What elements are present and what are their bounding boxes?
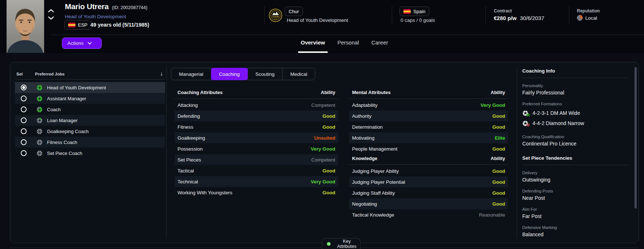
knowledge-rows: Judging Player AbilityGoodJudging Player… (349, 166, 508, 220)
attribute-row: Set PiecesCompetent (175, 154, 338, 165)
job-label: Fitness Coach (47, 140, 77, 145)
attribute-value: Good (492, 190, 505, 196)
info-panel-scrollbar[interactable] (635, 67, 637, 209)
attribute-row: AttackingCompetent (175, 100, 338, 110)
actions-button-label: Actions (67, 40, 83, 46)
category-tab-scouting[interactable]: Scouting (247, 68, 283, 80)
tab-overview[interactable]: Overview (301, 37, 325, 53)
attribute-name: Possession (177, 146, 203, 152)
job-label: Goalkeeping Coach (47, 129, 89, 134)
job-row[interactable]: Coach (15, 104, 165, 115)
formation-name: 4-2-3-1 DM AM Wide (532, 110, 580, 116)
qualification-group: Coaching Qualification Continental Pro L… (522, 135, 629, 147)
jobs-header-rule (15, 79, 165, 79)
tendency-label: Delivery (522, 171, 629, 175)
nation-chip[interactable]: Spain (399, 7, 429, 16)
club-badge-text: CHUR (272, 15, 279, 18)
job-label: Assistant Manager (47, 96, 86, 101)
job-radio[interactable] (21, 128, 27, 134)
attribute-value: Very Good (311, 146, 335, 152)
trend-up-icon (526, 112, 530, 118)
contract-label: Contract (494, 8, 512, 13)
tendency-group: Defensive MarkingBalanced (522, 225, 629, 237)
nationality-chip[interactable]: ESP (64, 20, 91, 30)
attribute-value: Elite (495, 135, 505, 141)
attribute-name: Tactical (177, 168, 194, 174)
next-person-button[interactable] (48, 15, 54, 20)
job-fit-pie-icon (37, 129, 42, 134)
job-radio[interactable] (21, 139, 27, 145)
tendency-value: Far Post (522, 213, 629, 219)
attribute-row: NegotiatingGood (349, 198, 508, 209)
jobs-col-preferred: Preferred Jobs (35, 72, 65, 76)
coaching-attributes-table: Coaching Attributes Ability AttackingCom… (175, 90, 338, 198)
club-role: Head of Youth Development (287, 17, 348, 23)
job-row[interactable]: Set Piece Coach (15, 148, 165, 159)
personality-label: Personality (522, 83, 629, 88)
attribute-name: Adaptability (352, 102, 378, 108)
panel-divider (166, 67, 167, 238)
attribute-row: MotivatingElite (349, 132, 508, 143)
job-radio[interactable] (21, 106, 27, 112)
job-fit-pie-icon (37, 96, 42, 101)
sort-descending-icon[interactable]: ↓ (160, 70, 163, 77)
tendency-value: Balanced (522, 232, 629, 237)
attribute-name: Judging Player Ability (352, 168, 399, 174)
ability-column-header: Ability (321, 90, 335, 95)
coaching-qualification-label: Coaching Qualification (522, 135, 629, 139)
category-tab-managerial[interactable]: Managerial (171, 68, 211, 80)
tab-personal[interactable]: Personal (337, 37, 359, 53)
job-row[interactable]: Goalkeeping Coach (15, 126, 165, 137)
attribute-category-tabs: ManagerialCoachingScoutingMedical (171, 68, 315, 80)
job-radio[interactable] (21, 85, 27, 90)
person-navigation (48, 8, 54, 20)
attribute-value: Good (492, 201, 505, 207)
personality-value: Fairly Professional (522, 90, 629, 96)
reputation-label: Reputation (577, 8, 600, 13)
job-fit-pie-icon (37, 140, 42, 145)
category-tab-medical[interactable]: Medical (282, 68, 315, 80)
category-tab-coaching[interactable]: Coaching (211, 68, 248, 80)
job-radio[interactable] (21, 117, 27, 123)
club-chip[interactable]: Chur (285, 7, 303, 16)
attribute-value: Unsuited (314, 135, 335, 141)
role-link[interactable]: Head of Youth Development (65, 14, 126, 19)
attribute-row: GoalkeepingUnsuited (175, 132, 338, 143)
attribute-row: Tactical KnowledgeReasonable (349, 209, 508, 220)
tendency-group: Aim ForFar Post (522, 207, 629, 219)
key-attributes-legend[interactable]: Key Attributes (322, 238, 360, 249)
attribute-row: AdaptabilityVery Good (349, 100, 508, 110)
age-text: 49 years old (5/11/1985) (90, 22, 149, 28)
actions-button[interactable]: Actions (62, 38, 102, 49)
attribute-name: Technical (177, 179, 198, 184)
coaching-info-panel: Coaching Info Personality Fairly Profess… (522, 68, 629, 243)
job-row[interactable]: Fitness Coach (15, 137, 165, 148)
contract-expiry: 30/6/2037 (520, 15, 545, 21)
attribute-value: Good (492, 146, 505, 152)
job-radio[interactable] (21, 150, 27, 156)
previous-person-button[interactable] (48, 8, 54, 13)
header-divider (264, 7, 265, 24)
formation-name: 4-4-2 Diamond Narrow (532, 120, 584, 126)
key-attribute-dot-icon (327, 242, 331, 246)
coaching-qualification-value: Continental Pro Licence (522, 141, 629, 147)
header-divider (392, 7, 392, 24)
job-row[interactable]: Loan Manager (15, 115, 165, 126)
attribute-value: Good (323, 168, 335, 174)
job-row[interactable]: Assistant Manager (15, 93, 165, 104)
nationality-code: ESP (78, 22, 87, 28)
panel-divider (517, 67, 517, 238)
person-header: Mario Utrera (ID: 2002087744) Head of Yo… (0, 0, 644, 53)
football-icon (522, 120, 528, 127)
attribute-row: FitnessGood (175, 121, 338, 132)
attribute-row: Working With YoungstersGood (175, 187, 338, 198)
club-name: Chur (289, 9, 299, 14)
attribute-value: Very Good (480, 102, 505, 108)
job-radio[interactable] (21, 96, 27, 101)
tendency-value: Outswinging (522, 177, 629, 183)
attribute-row: DefendingGood (175, 110, 338, 121)
caps-goals-text: 0 caps / 0 goals (401, 17, 435, 23)
tab-career[interactable]: Career (371, 37, 388, 53)
job-row[interactable]: Head of Youth Development (15, 82, 165, 93)
formation-row: 4-4-2 Diamond Narrow (522, 118, 629, 128)
